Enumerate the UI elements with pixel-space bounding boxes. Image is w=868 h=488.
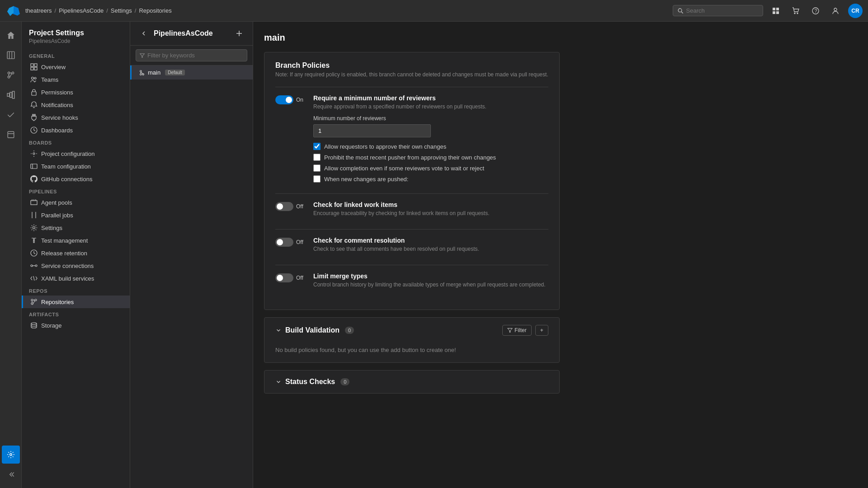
search-input[interactable] <box>686 7 758 14</box>
rail-collapse[interactable] <box>2 465 20 483</box>
policy-content-merge-types: Limit merge types Control branch history… <box>313 272 548 293</box>
svg-point-63 <box>140 70 142 72</box>
toggle-merge-types[interactable] <box>275 273 293 282</box>
add-repo-button[interactable] <box>233 27 245 40</box>
toggle-linked-items[interactable] <box>275 202 293 211</box>
svg-rect-21 <box>9 92 12 97</box>
toggle-wrap-min-reviewers: On <box>275 94 306 104</box>
branch-item-main[interactable]: main Default <box>130 66 253 80</box>
rail-home[interactable] <box>2 26 20 44</box>
cart-icon[interactable] <box>788 4 803 18</box>
min-reviewers-input[interactable] <box>313 124 431 137</box>
rail-testplans[interactable] <box>2 106 20 124</box>
build-validation-title: Build Validation <box>285 326 340 334</box>
checkbox-new-changes-label[interactable]: When new changes are pushed: <box>324 176 408 183</box>
rail-artifacts[interactable] <box>2 126 20 144</box>
breadcrumb-theatreers[interactable]: theatreers <box>25 7 52 14</box>
back-icon <box>140 30 147 37</box>
build-validation-header[interactable]: Build Validation 0 Filter + <box>264 318 559 343</box>
azure-devops-logo[interactable] <box>5 3 22 19</box>
toggle-wrap-comments: Off <box>275 237 306 247</box>
toggle-min-reviewers[interactable] <box>275 95 293 104</box>
build-validation-section: Build Validation 0 Filter + No build pol… <box>264 317 560 363</box>
policy-row-min-reviewers: On Require a minimum number of reviewers… <box>275 87 548 193</box>
help-icon[interactable]: ? <box>808 4 823 18</box>
checkbox-prohibit-pusher: Prohibit the most recent pusher from app… <box>313 154 548 161</box>
sidebar-item-release-retention[interactable]: Release retention <box>22 247 130 259</box>
sidebar-item-overview[interactable]: Overview <box>22 61 130 73</box>
policy-content-min-reviewers: Require a minimum number of reviewers Re… <box>313 94 548 186</box>
sidebar: Project Settings PipelinesAsCode General… <box>22 22 130 488</box>
checkbox-prohibit-pusher-label[interactable]: Prohibit the most recent pusher from app… <box>324 154 496 161</box>
svg-rect-28 <box>31 67 33 70</box>
checkbox-allow-completion-label[interactable]: Allow completion even if some reviewers … <box>324 165 484 172</box>
branch-policies-title: Branch Policies <box>275 61 548 70</box>
sidebar-item-settings[interactable]: Settings <box>22 221 130 234</box>
search-box[interactable] <box>673 5 763 16</box>
view-switch-icon[interactable] <box>769 4 783 18</box>
svg-rect-11 <box>7 52 14 59</box>
svg-point-54 <box>31 303 33 305</box>
filter-input[interactable] <box>147 52 243 59</box>
breadcrumb-project[interactable]: PipelinesAsCode <box>59 7 104 14</box>
sidebar-item-dashboards[interactable]: Dashboards <box>22 124 130 136</box>
rail-pipelines[interactable] <box>2 86 20 104</box>
svg-point-14 <box>8 72 10 74</box>
rail-repos[interactable] <box>2 66 20 84</box>
build-validation-add-button[interactable]: + <box>535 325 548 336</box>
sidebar-item-teams[interactable]: Teams <box>22 73 130 86</box>
svg-rect-29 <box>34 67 37 70</box>
user-icon[interactable] <box>828 4 843 18</box>
status-checks-header[interactable]: Status Checks 0 <box>264 371 559 393</box>
svg-point-59 <box>31 323 37 324</box>
sidebar-item-parallel-jobs[interactable]: Parallel jobs <box>22 209 130 221</box>
rail-boards[interactable] <box>2 46 20 64</box>
sidebar-item-test-management[interactable]: Test management <box>22 234 130 247</box>
policy-desc-merge-types: Control branch history by limiting the a… <box>313 282 548 288</box>
section-boards-label: Boards <box>22 136 130 147</box>
avatar[interactable]: CR <box>848 4 863 18</box>
filter-input-wrap[interactable] <box>136 49 247 61</box>
topbar-right: ? CR <box>673 4 863 18</box>
svg-point-50 <box>35 265 37 267</box>
toggle-knob-4 <box>277 275 283 281</box>
section-repos-label: Repos <box>22 285 130 296</box>
checkbox-allow-requestors-label[interactable]: Allow requestors to approve their own ch… <box>324 143 446 150</box>
toggle-comments[interactable] <box>275 238 293 247</box>
lock-icon <box>30 89 38 96</box>
sidebar-item-permissions[interactable]: Permissions <box>22 86 130 99</box>
sidebar-item-team-config[interactable]: Team configuration <box>22 160 130 173</box>
build-validation-body: No build policies found, but you can use… <box>264 347 559 362</box>
policy-desc-linked-items: Encourage traceability by checking for l… <box>313 210 548 216</box>
svg-rect-40 <box>31 201 37 205</box>
policy-desc-min-reviewers: Require approval from a specified number… <box>313 103 548 110</box>
sidebar-item-agent-pools[interactable]: Agent pools <box>22 196 130 209</box>
sidebar-item-repositories[interactable]: Repositories <box>22 296 130 308</box>
xaml-icon <box>30 275 38 282</box>
sidebar-item-storage[interactable]: Storage <box>22 319 130 332</box>
build-validation-filter-button[interactable]: Filter <box>502 325 532 336</box>
svg-rect-2 <box>773 8 775 10</box>
checkbox-new-changes-input[interactable] <box>313 175 321 183</box>
policy-title-linked-items: Check for linked work items <box>313 201 548 208</box>
svg-text:?: ? <box>815 8 817 14</box>
checkbox-allow-completion-input[interactable] <box>313 164 321 172</box>
sidebar-item-notifications[interactable]: Notifications <box>22 99 130 111</box>
checkbox-allow-requestors-input[interactable] <box>313 143 321 150</box>
sidebar-item-service-connections[interactable]: Service connections <box>22 259 130 272</box>
chevron-down-icon-sc <box>275 379 282 385</box>
policy-title-min-reviewers: Require a minimum number of reviewers <box>313 94 548 102</box>
checkbox-prohibit-pusher-input[interactable] <box>313 154 321 161</box>
build-validation-count: 0 <box>345 327 354 334</box>
project-name: PipelinesAsCode <box>29 38 123 44</box>
sidebar-item-github[interactable]: GitHub connections <box>22 173 130 185</box>
rail-settings[interactable] <box>2 446 20 464</box>
pool-icon <box>30 199 38 206</box>
breadcrumb-settings[interactable]: Settings <box>111 7 132 14</box>
sidebar-item-xaml[interactable]: XAML build services <box>22 272 130 285</box>
main-content: main Branch Policies Note: If any requir… <box>253 22 571 488</box>
sidebar-item-service-hooks[interactable]: Service hooks <box>22 111 130 124</box>
svg-marker-67 <box>508 328 513 333</box>
back-button[interactable] <box>137 27 150 40</box>
sidebar-item-project-config[interactable]: Project configuration <box>22 147 130 160</box>
